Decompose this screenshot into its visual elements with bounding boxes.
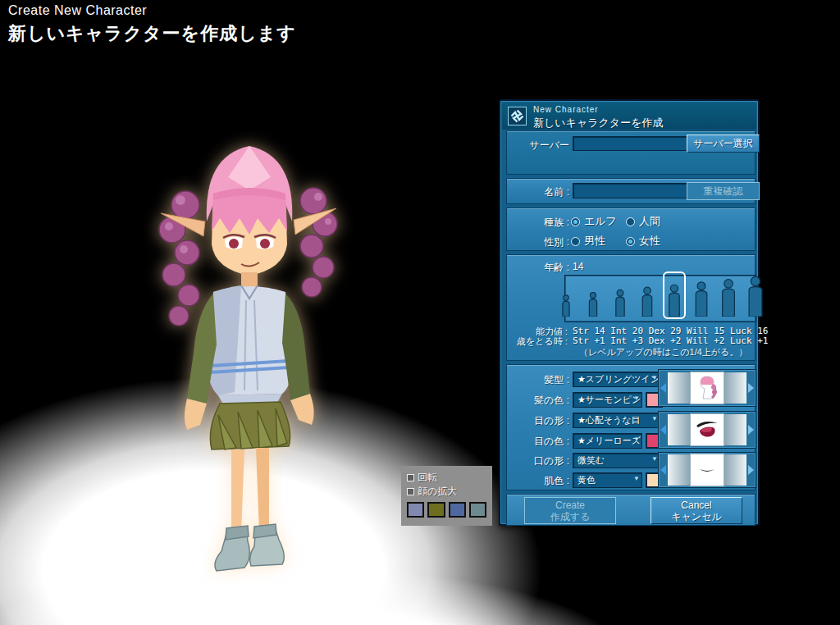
dropdown-arrow-icon[interactable]: ▼ — [651, 453, 658, 466]
mouth-preview-carousel — [658, 452, 756, 488]
eye-next-thumb[interactable] — [724, 414, 746, 445]
gender-option-female[interactable]: 女性 — [626, 234, 660, 249]
dropdown-arrow-icon[interactable]: ▼ — [651, 372, 658, 385]
age-figure-strip — [564, 275, 756, 322]
age-figure-7[interactable] — [717, 271, 740, 319]
hair-current-thumb[interactable] — [690, 372, 724, 404]
dropdown-arrow-icon[interactable]: ▼ — [651, 413, 658, 426]
eye-next-arrow-icon[interactable] — [746, 412, 756, 448]
gender-male-label: 男性 — [584, 234, 605, 249]
age-section: 年齢 : 14 能力値 : Str 14 Int 20 Dex 29 Will … — [506, 254, 756, 361]
cancel-button-label-ja: キャンセル — [671, 511, 721, 522]
server-label: サーバー — [512, 139, 569, 153]
create-button-label-en: Create — [555, 500, 585, 511]
face-zoom-checkbox[interactable] — [407, 488, 414, 495]
hair-prev-thumb[interactable] — [668, 372, 690, 404]
eye-current-thumb[interactable] — [690, 413, 724, 446]
race-human-label: 人間 — [639, 214, 660, 229]
mouth-shape-label: 口の形 : — [512, 454, 569, 468]
dropdown-arrow-icon[interactable]: ▼ — [633, 472, 640, 486]
mouth-next-arrow-icon[interactable] — [746, 453, 756, 487]
hair-style-value: ★スプリングツインテール — [578, 374, 660, 384]
hair-color-label: 髪の色 : — [512, 394, 569, 408]
page-title-ja: 新しいキャラクターを作成します — [8, 21, 296, 46]
mabinogi-knot-icon — [508, 107, 527, 125]
eye-shape-label: 目の形 : — [512, 414, 569, 428]
eye-color-label: 目の色 : — [512, 435, 569, 449]
age-figure-1[interactable] — [555, 271, 578, 319]
name-label: 名前 : — [512, 185, 569, 199]
rotate-checkbox[interactable] — [407, 474, 414, 481]
server-section: サーバー サーバー選択 — [506, 130, 756, 175]
dialog-title-en: New Character — [533, 105, 599, 114]
race-gender-section: 種族 : エルフ 人間 性別 : 男性 女性 — [506, 208, 756, 251]
dropdown-arrow-icon[interactable]: ▼ — [633, 433, 640, 446]
dropdown-arrow-icon[interactable]: ▼ — [633, 392, 640, 405]
skin-color-label: 肌色 : — [512, 474, 569, 488]
race-human-radio[interactable] — [626, 217, 635, 226]
eye-color-value: ★メリーローズ — [578, 436, 641, 445]
character-boots — [215, 524, 284, 571]
face-zoom-checkbox-row[interactable]: 顔の拡大 — [407, 485, 486, 499]
age-figure-4[interactable] — [636, 271, 659, 319]
name-section: 名前 : 重複確認 — [506, 178, 756, 204]
page-title-en: Create New Character — [8, 3, 296, 18]
character-skirt — [210, 402, 290, 449]
mouth-shape-dropdown[interactable]: 微笑む ▼ — [573, 453, 660, 468]
dialog-title-ja: 新しいキャラクターを作成 — [533, 116, 663, 130]
button-section: Create 作成する Cancel キャンセル — [506, 494, 756, 526]
hair-next-arrow-icon[interactable] — [746, 370, 756, 406]
mouth-prev-arrow-icon[interactable] — [659, 453, 668, 487]
bg-swatch-2[interactable] — [427, 502, 445, 518]
view-options-panel: 回転 顔の拡大 — [401, 466, 492, 526]
dialog-header: New Character 新しいキャラクターを作成 — [502, 103, 756, 130]
mouth-next-thumb[interactable] — [724, 454, 746, 486]
eye-prev-arrow-icon[interactable] — [659, 412, 668, 448]
character-preview[interactable] — [121, 98, 377, 579]
age-figure-8[interactable] — [744, 271, 767, 319]
eye-shape-dropdown[interactable]: ★心配そうな目 ▼ — [573, 413, 660, 428]
hair-style-dropdown[interactable]: ★スプリングツインテール ▼ — [573, 372, 660, 387]
bg-swatch-4[interactable] — [469, 502, 486, 518]
character-vest — [208, 285, 292, 410]
mouth-current-thumb[interactable] — [690, 454, 724, 486]
hair-color-dropdown[interactable]: ★サーモンピンク ▼ — [573, 392, 642, 408]
gender-option-male[interactable]: 男性 — [571, 234, 605, 249]
hair-preview-carousel — [658, 369, 756, 407]
hair-next-thumb[interactable] — [724, 372, 746, 404]
hair-style-label: 髪型 : — [512, 373, 569, 387]
race-elf-radio[interactable] — [571, 217, 580, 226]
gender-label: 性別 : — [512, 235, 569, 249]
race-option-human[interactable]: 人間 — [626, 214, 660, 229]
eye-color-dropdown[interactable]: ★メリーローズ ▼ — [573, 433, 642, 449]
eye-shape-value: ★心配そうな目 — [578, 415, 641, 425]
bg-swatch-3[interactable] — [449, 502, 466, 518]
levelup-note: （レベルアップの時はこの1/4上がる。） — [579, 346, 747, 358]
age-figure-2[interactable] — [582, 271, 605, 319]
eye-prev-thumb[interactable] — [668, 414, 690, 445]
age-figure-3[interactable] — [609, 271, 632, 319]
gender-male-radio[interactable] — [571, 237, 580, 246]
appearance-section: 髪型 : ★スプリングツインテール ▼ 髪の色 : ★サーモンピンク ▼ 目の形… — [506, 364, 756, 490]
server-input[interactable] — [573, 136, 688, 151]
age-figure-5[interactable] — [663, 271, 686, 319]
server-select-button[interactable]: サーバー選択 — [687, 135, 760, 153]
cancel-button[interactable]: Cancel キャンセル — [651, 497, 742, 524]
background-color-swatches — [407, 502, 486, 518]
skin-color-dropdown[interactable]: 黄色 ▼ — [573, 472, 642, 488]
mouth-prev-thumb[interactable] — [668, 454, 690, 486]
mouth-shape-value: 微笑む — [578, 455, 605, 465]
rotate-checkbox-row[interactable]: 回転 — [407, 471, 486, 485]
race-option-elf[interactable]: エルフ — [571, 214, 617, 229]
name-input[interactable] — [573, 183, 688, 198]
hair-prev-arrow-icon[interactable] — [659, 370, 668, 406]
gender-female-label: 女性 — [639, 234, 660, 249]
race-label: 種族 : — [512, 216, 569, 230]
create-button[interactable]: Create 作成する — [524, 497, 616, 524]
age-figure-6[interactable] — [690, 271, 713, 319]
create-button-label-ja: 作成する — [550, 511, 591, 522]
gender-female-radio[interactable] — [626, 237, 635, 246]
bg-swatch-1[interactable] — [407, 502, 424, 518]
name-check-button[interactable]: 重複確認 — [687, 182, 760, 200]
new-character-dialog: New Character 新しいキャラクターを作成 サーバー サーバー選択 名… — [499, 99, 760, 526]
